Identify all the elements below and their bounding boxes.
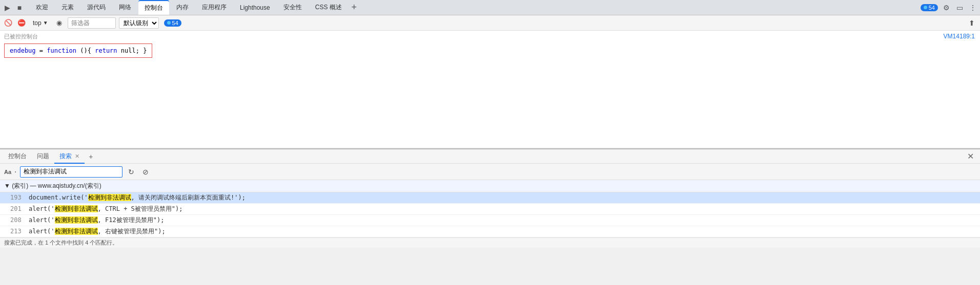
result-text-201: alert('检测到非法调试, CTRL + S被管理员禁用"); (29, 205, 183, 213)
top-label: top (33, 19, 42, 27)
search-results: ▼ (索引) — www.aqistudy.cn/(索引) 193 docume… (0, 180, 980, 237)
line-num-213: 213 (10, 228, 26, 235)
error-badge: 54 (921, 4, 938, 11)
tab-security[interactable]: 安全性 (277, 0, 308, 15)
code-equals: = (39, 47, 47, 54)
result-text-193: document.write('检测到非法调试, 请关闭调试终端后刷新本页面重试… (29, 193, 246, 202)
case-sensitive-btn[interactable]: Aa (4, 169, 11, 175)
tab-network[interactable]: 网络 (113, 0, 137, 15)
chevron-down-icon: ▼ (43, 20, 48, 26)
refresh-search-btn[interactable]: ↻ (126, 166, 137, 178)
badge-dot (924, 6, 927, 9)
search-result-row[interactable]: 201 alert('检测到非法调试, CTRL + S被管理员禁用"); (0, 204, 980, 215)
line-num-201: 201 (10, 205, 26, 212)
result-text-213: alert('检测到非法调试, 右键被管理员禁用"); (29, 227, 166, 236)
search-status: 搜索已完成，在 1 个文件中找到 4 个匹配行。 (0, 237, 980, 248)
left-icons: ▶ ■ (2, 3, 25, 13)
settings-icon[interactable]: ⚙ (941, 3, 951, 13)
highlight-193: 检测到非法调试 (88, 194, 131, 201)
search-group-header[interactable]: ▼ (索引) — www.aqistudy.cn/(索引) (0, 180, 980, 192)
filter-input-wrap (68, 17, 116, 29)
bottom-tab-issues[interactable]: 问题 (32, 150, 54, 164)
highlight-201: 检测到非法调试 (55, 205, 98, 212)
console-badge-dot (167, 21, 171, 25)
tab-lighthouse[interactable]: Lighthouse (234, 0, 276, 15)
right-icons: 54 ⚙ ▭ ⋮ (921, 3, 978, 13)
file-link[interactable]: VM14189:1 (944, 33, 975, 40)
tab-sources[interactable]: 源代码 (81, 0, 112, 15)
line-num-193: 193 (10, 194, 26, 201)
bottom-tab-search[interactable]: 搜索 ✕ (54, 150, 85, 164)
bottom-tab-search-label: 搜索 (59, 152, 72, 160)
search-result-row[interactable]: 193 document.write('检测到非法调试, 请关闭调试终端后刷新本… (0, 192, 980, 204)
tab-welcome[interactable]: 欢迎 (30, 0, 54, 15)
console-badge: 54 (164, 19, 181, 27)
add-tab-btn-bottom[interactable]: + (85, 151, 97, 162)
console-badge-count: 54 (172, 20, 178, 26)
line-num-208: 208 (10, 216, 26, 224)
more-icon[interactable]: ⋮ (968, 3, 978, 13)
regex-btn[interactable]: · (14, 167, 16, 177)
right-space: ⬆ (967, 18, 977, 28)
search-input-wrap (20, 166, 122, 178)
add-tab-btn[interactable]: + (349, 3, 359, 13)
bottom-tabs-bar: 控制台 问题 搜索 ✕ + ✕ (0, 149, 980, 164)
console-toolbar: 🚫 ⛔ top ▼ ◉ 默认级别 54 ⬆ (0, 15, 980, 31)
bottom-panel: 控制台 问题 搜索 ✕ + ✕ Aa · ↻ ⊘ ▼ (索引) — www.aq… (0, 148, 980, 248)
clear-console-btn[interactable]: 🚫 (3, 18, 13, 28)
bottom-tab-close-btn[interactable]: ✕ (75, 153, 79, 159)
filter-input[interactable] (71, 19, 112, 27)
tab-memory[interactable]: 内存 (170, 0, 195, 15)
badge-count: 54 (929, 5, 935, 11)
code-keyword: endebug (10, 47, 36, 54)
close-bottom-panel-btn[interactable]: ✕ (964, 151, 977, 161)
search-bar: Aa · ↻ ⊘ (0, 164, 980, 180)
search-result-row[interactable]: 213 alert('检测到非法调试, 右键被管理员禁用"); (0, 226, 980, 237)
clear-search-btn[interactable]: ⊘ (140, 166, 151, 178)
highlight-208: 检测到非法调试 (55, 216, 98, 224)
console-main: 已被控控制台 endebug = function (){ return nul… (0, 31, 980, 148)
filter-toggle-btn[interactable]: ⛔ (16, 18, 27, 28)
mobile-icon[interactable]: ▶ (2, 3, 12, 13)
inspect-icon[interactable]: ■ (14, 3, 25, 13)
code-null: null; } (121, 47, 147, 54)
search-result-row[interactable]: 208 alert('检测到非法调试, F12被管理员禁用"); (0, 215, 980, 226)
eye-icon[interactable]: ◉ (54, 18, 65, 28)
tab-css-overview[interactable]: CSS 概述 (309, 0, 348, 15)
result-text-208: alert('检测到非法调试, F12被管理员禁用"); (29, 216, 164, 225)
top-context-selector[interactable]: top ▼ (30, 18, 51, 28)
highlight-213: 检测到非法调试 (55, 228, 98, 235)
code-body: (){ (80, 47, 91, 54)
dock-icon[interactable]: ▭ (954, 3, 965, 13)
tab-application[interactable]: 应用程序 (196, 0, 233, 15)
console-label: 已被控控制台 (0, 31, 980, 41)
bottom-tab-console[interactable]: 控制台 (3, 150, 32, 164)
console-code-block: endebug = function (){ return null; } (4, 43, 152, 58)
maximize-icon[interactable]: ⬆ (967, 18, 977, 28)
devtools-tab-bar: ▶ ■ 欢迎 元素 源代码 网络 控制台 内存 应用程序 Lighthouse … (0, 0, 980, 15)
tab-console[interactable]: 控制台 (138, 0, 169, 15)
tab-elements[interactable]: 元素 (55, 0, 80, 15)
search-input[interactable] (24, 168, 106, 176)
log-level-select[interactable]: 默认级别 (119, 17, 159, 29)
code-return: return (95, 47, 117, 54)
code-function: function (47, 47, 76, 54)
